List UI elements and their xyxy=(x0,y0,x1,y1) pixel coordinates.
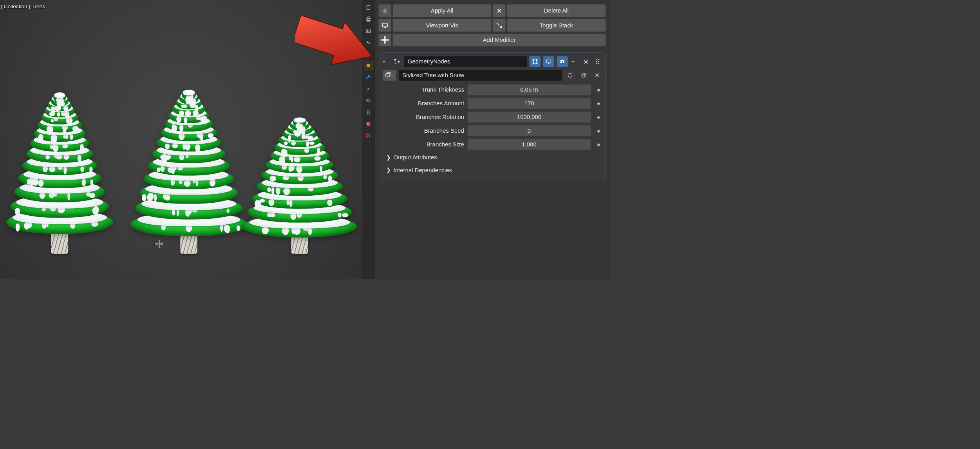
svg-rect-4 xyxy=(367,20,369,22)
add-modifier-button[interactable]: Add Modifier xyxy=(393,34,606,46)
properties-panel: Apply All Delete All Viewport Vis Toggle… xyxy=(375,0,610,279)
edit-mode-toggle[interactable] xyxy=(530,56,541,67)
input-value-field[interactable]: 1000.000 xyxy=(468,112,591,122)
input-attribute-toggle[interactable]: ◆ xyxy=(594,128,603,133)
input-label: Branches Size xyxy=(381,141,464,148)
svg-rect-32 xyxy=(546,60,551,63)
palette-icon[interactable] xyxy=(363,38,373,47)
modifier-remove-button[interactable]: ✕ xyxy=(581,58,591,66)
wrench-tab-icon[interactable] xyxy=(363,72,373,82)
svg-point-14 xyxy=(367,100,369,101)
svg-point-13 xyxy=(367,90,367,91)
printer-icon[interactable] xyxy=(363,14,373,24)
input-attribute-toggle[interactable]: ◆ xyxy=(594,142,603,147)
viewport-3d[interactable]: ) Collection | Trees xyxy=(0,0,362,279)
svg-point-17 xyxy=(367,123,368,124)
modifier-drag-handle[interactable]: ⠿ xyxy=(593,58,603,66)
svg-rect-37 xyxy=(583,73,586,76)
svg-rect-34 xyxy=(386,74,390,77)
input-attribute-toggle[interactable]: ◆ xyxy=(594,87,603,93)
input-attribute-toggle[interactable]: ◆ xyxy=(594,114,603,120)
delete-all-button[interactable]: Delete All xyxy=(507,4,606,17)
input-value-field[interactable]: 1.000 xyxy=(468,139,591,150)
modifier-collapse-toggle[interactable] xyxy=(381,59,389,65)
viewport-vis-icon-button[interactable] xyxy=(379,19,391,32)
apply-all-button[interactable]: Apply All xyxy=(393,4,492,17)
svg-rect-9 xyxy=(367,64,370,67)
apply-all-icon-button[interactable] xyxy=(379,4,391,17)
modifier-input-row: Trunk Thickness0.05 m◆ xyxy=(381,83,603,97)
duplicate-nodegroup-button[interactable] xyxy=(578,70,589,81)
svg-rect-21 xyxy=(366,136,367,137)
nodegroup-browse-dropdown[interactable] xyxy=(383,70,396,81)
input-value-field[interactable]: 0 xyxy=(468,125,591,136)
nodegroup-name-input[interactable]: Stylized Tree with Snow xyxy=(399,70,562,81)
material-tab-icon[interactable] xyxy=(363,119,373,129)
svg-rect-19 xyxy=(369,133,370,135)
section-label: Internal Dependencies xyxy=(394,167,452,173)
input-value-field[interactable]: 0.05 m xyxy=(468,85,591,95)
clipboard-icon[interactable] xyxy=(363,3,373,12)
modifier-input-row: Branches Rotation1000.000◆ xyxy=(381,110,603,124)
svg-point-11 xyxy=(369,87,370,88)
unlink-nodegroup-button[interactable]: ✕ xyxy=(592,70,603,81)
viewport-breadcrumb: ) Collection | Trees xyxy=(0,4,45,10)
svg-point-12 xyxy=(366,88,367,88)
tree-object-3[interactable] xyxy=(240,117,360,254)
modifier-name-input[interactable]: GeometryNodes xyxy=(404,56,527,67)
input-label: Trunk Thickness xyxy=(381,87,464,93)
delete-all-icon-button[interactable] xyxy=(493,4,505,17)
internal-dependencies-section[interactable]: ❯ Internal Dependencies xyxy=(381,164,603,177)
svg-point-26 xyxy=(395,63,396,64)
svg-point-25 xyxy=(398,61,400,63)
chevron-right-icon: ❯ xyxy=(386,167,391,173)
modifier-extras-dropdown[interactable] xyxy=(570,59,579,65)
modifier-geometry-nodes: GeometryNodes ✕ ⠿ Stylized Tree with Sno… xyxy=(379,52,606,180)
fake-user-toggle[interactable] xyxy=(564,70,576,81)
chevron-right-icon: ❯ xyxy=(386,154,391,160)
svg-point-6 xyxy=(367,30,368,31)
modifier-input-row: Branches Amount170◆ xyxy=(381,97,603,110)
tree-object-2[interactable] xyxy=(128,90,250,254)
input-label: Branches Seed xyxy=(381,127,464,134)
input-label: Branches Rotation xyxy=(381,114,464,120)
toggle-stack-icon-button[interactable] xyxy=(493,19,505,32)
svg-point-33 xyxy=(562,61,563,63)
realtime-display-toggle[interactable] xyxy=(543,56,554,67)
input-attribute-toggle[interactable]: ◆ xyxy=(594,101,603,106)
geometry-nodes-icon xyxy=(392,58,402,65)
svg-rect-3 xyxy=(367,17,369,18)
svg-point-16 xyxy=(366,122,371,126)
svg-rect-22 xyxy=(369,136,370,137)
viewport-vis-button[interactable]: Viewport Vis xyxy=(393,19,492,32)
particle-tab-icon[interactable] xyxy=(363,84,373,94)
svg-point-7 xyxy=(366,41,368,43)
svg-rect-29 xyxy=(536,60,537,60)
texture-tab-icon[interactable] xyxy=(363,131,373,141)
render-display-toggle[interactable] xyxy=(557,56,568,67)
output-attributes-section[interactable]: ❯ Output Attributes xyxy=(381,151,603,164)
svg-point-15 xyxy=(366,99,371,103)
modifier-input-row: Branches Size1.000◆ xyxy=(381,137,603,151)
add-modifier-plus-button[interactable] xyxy=(379,34,391,46)
input-value-field[interactable]: 170 xyxy=(468,98,591,109)
physics-tab-icon[interactable] xyxy=(363,96,373,105)
tree-object-1[interactable] xyxy=(4,92,116,254)
toggle-stack-button[interactable]: Toggle Stack xyxy=(507,19,606,32)
svg-rect-30 xyxy=(533,63,533,63)
svg-rect-20 xyxy=(367,135,369,136)
svg-point-10 xyxy=(367,88,369,90)
input-label: Branches Amount xyxy=(381,100,464,107)
object-tab-icon[interactable] xyxy=(363,61,373,70)
svg-point-8 xyxy=(368,42,370,44)
svg-rect-36 xyxy=(582,74,584,77)
svg-rect-35 xyxy=(387,73,391,76)
constraint-tab-icon[interactable] xyxy=(363,108,373,117)
svg-point-24 xyxy=(394,59,396,61)
image-icon[interactable] xyxy=(363,26,373,36)
svg-rect-31 xyxy=(536,63,537,63)
modifier-input-row: Branches Seed0◆ xyxy=(381,124,603,138)
section-label: Output Attributes xyxy=(394,154,437,161)
properties-tab-strip xyxy=(362,0,374,279)
svg-rect-18 xyxy=(366,133,367,135)
